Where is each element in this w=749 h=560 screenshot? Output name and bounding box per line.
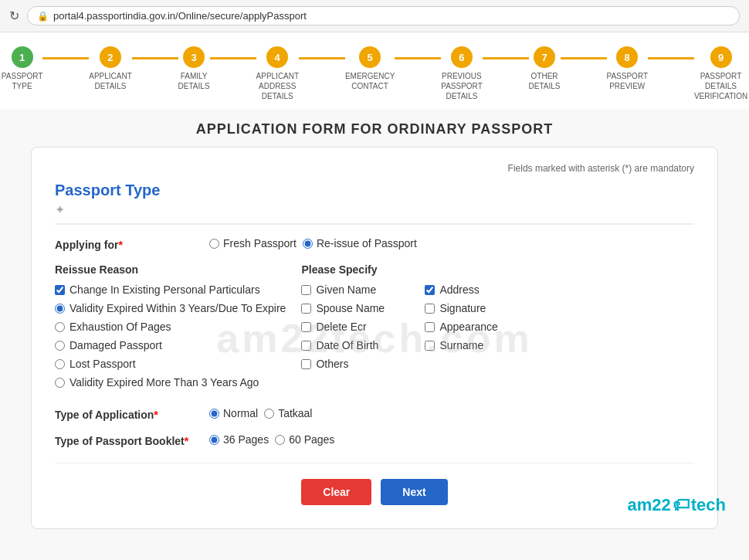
step-4[interactable]: 4 APPLICANT ADDRESS DETAILS bbox=[256, 46, 299, 101]
step-5-label: EMERGENCY CONTACT bbox=[345, 71, 395, 91]
next-button[interactable]: Next bbox=[381, 479, 447, 505]
step-2[interactable]: 2 APPLICANT DETAILS bbox=[89, 46, 131, 91]
step-5-circle: 5 bbox=[359, 46, 381, 68]
form-card: Fields marked with asterisk (*) are mand… bbox=[31, 147, 718, 529]
normal-option[interactable]: Normal bbox=[209, 407, 258, 419]
specify-appearance[interactable]: Appearance bbox=[425, 321, 525, 333]
step-1-circle: 1 bbox=[12, 46, 33, 68]
pages-60-option[interactable]: 60 Pages bbox=[275, 433, 334, 446]
step-3[interactable]: 3 FAMILY DETAILS bbox=[178, 46, 210, 91]
specify-signature-label: Signature bbox=[439, 302, 486, 314]
progress-bar: 1 PASSPORT TYPE 2 APPLICANT DETAILS 3 FA… bbox=[0, 32, 749, 109]
fresh-passport-radio[interactable] bbox=[209, 239, 219, 249]
specify-appearance-checkbox[interactable] bbox=[425, 322, 435, 332]
url-bar[interactable]: 🔒 portal4.passportindia.gov.in/Online/se… bbox=[27, 6, 740, 25]
reissue-change-personal[interactable]: Change In Existing Personal Particulars bbox=[55, 283, 286, 296]
normal-radio[interactable] bbox=[209, 409, 219, 419]
step-4-circle: 4 bbox=[266, 46, 288, 68]
step-4-label: APPLICANT ADDRESS DETAILS bbox=[256, 71, 299, 101]
specify-signature[interactable]: Signature bbox=[425, 302, 525, 314]
reissue-damaged[interactable]: Damaged Passport bbox=[55, 339, 286, 351]
step-1[interactable]: 1 PASSPORT TYPE bbox=[2, 46, 42, 91]
specify-date-of-birth-checkbox[interactable] bbox=[301, 341, 311, 351]
tatkaal-radio[interactable] bbox=[264, 409, 274, 419]
reissue-passport-label: Re-issue of Passport bbox=[317, 237, 417, 249]
type-application-row: Type of Application* Normal Tatkaal bbox=[55, 407, 694, 421]
specify-surname-checkbox[interactable] bbox=[425, 341, 435, 351]
compass-icon: ✦ bbox=[55, 202, 694, 217]
form-buttons: Clear Next bbox=[55, 463, 694, 505]
specify-delete-ecr-checkbox[interactable] bbox=[301, 322, 311, 332]
step-5[interactable]: 5 EMERGENCY CONTACT bbox=[345, 46, 395, 91]
specify-spouse-name[interactable]: Spouse Name bbox=[301, 302, 402, 314]
specify-date-of-birth-label: Date Of Birth bbox=[316, 339, 378, 351]
reissue-validity-more-3yr-label: Validity Expired More Than 3 Years Ago bbox=[69, 376, 259, 389]
step-9-circle: 9 bbox=[710, 46, 732, 68]
reissue-change-personal-checkbox[interactable] bbox=[55, 285, 65, 295]
specify-given-name-checkbox[interactable] bbox=[301, 285, 311, 295]
type-application-controls: Normal Tatkaal bbox=[209, 407, 312, 419]
section-divider bbox=[55, 223, 694, 225]
reissue-validity-3yr-radio[interactable] bbox=[55, 304, 65, 314]
reissue-lost[interactable]: Lost Passport bbox=[55, 358, 286, 370]
specify-delete-ecr[interactable]: Delete Ecr bbox=[301, 321, 402, 333]
reissue-exhaustion-radio[interactable] bbox=[55, 322, 65, 332]
specify-address[interactable]: Address bbox=[425, 283, 525, 296]
specify-surname[interactable]: Surname bbox=[425, 339, 525, 351]
page-content: 1 PASSPORT TYPE 2 APPLICANT DETAILS 3 FA… bbox=[0, 32, 749, 560]
passport-booklet-label: Type of Passport Booklet* bbox=[55, 433, 209, 447]
tatkaal-option[interactable]: Tatkaal bbox=[264, 407, 312, 419]
reissue-lost-label: Lost Passport bbox=[69, 358, 136, 370]
reissue-damaged-radio[interactable] bbox=[55, 341, 65, 351]
specify-others-checkbox[interactable] bbox=[301, 359, 311, 369]
specify-given-name-label: Given Name bbox=[316, 283, 376, 296]
specify-given-name[interactable]: Given Name bbox=[301, 283, 402, 296]
step-8-label: PASSPORT PREVIEW bbox=[607, 71, 648, 91]
step-6-label: PREVIOUS PASSPORT DETAILS bbox=[441, 71, 482, 101]
connector-6-7 bbox=[483, 57, 529, 59]
connector-5-6 bbox=[395, 57, 441, 59]
reissue-passport-radio[interactable] bbox=[303, 239, 313, 249]
reissue-passport-option[interactable]: Re-issue of Passport bbox=[303, 237, 417, 249]
mandatory-note: Fields marked with asterisk (*) are mand… bbox=[55, 163, 694, 174]
pages-36-option[interactable]: 36 Pages bbox=[209, 433, 269, 446]
step-6[interactable]: 6 PREVIOUS PASSPORT DETAILS bbox=[441, 46, 482, 101]
reissue-change-personal-label: Change In Existing Personal Particulars bbox=[69, 283, 260, 296]
specify-date-of-birth[interactable]: Date Of Birth bbox=[301, 339, 402, 351]
brand-text-left: am22 bbox=[627, 495, 670, 515]
please-specify-inner: Given Name Spouse Name Delete Ecr bbox=[301, 283, 525, 376]
reissue-exhaustion[interactable]: Exhaustion Of Pages bbox=[55, 321, 286, 333]
specify-others[interactable]: Others bbox=[301, 358, 402, 370]
step-7[interactable]: 7 OTHER DETAILS bbox=[529, 46, 561, 91]
applying-for-label: Applying for* bbox=[55, 237, 209, 251]
specify-signature-checkbox[interactable] bbox=[425, 304, 435, 314]
connector-7-8 bbox=[561, 57, 607, 59]
reissue-validity-more-3yr[interactable]: Validity Expired More Than 3 Years Ago bbox=[55, 376, 286, 389]
pages-36-radio[interactable] bbox=[209, 435, 219, 445]
connector-2-3 bbox=[132, 57, 178, 59]
reissue-exhaustion-label: Exhaustion Of Pages bbox=[69, 321, 171, 333]
reissue-lost-radio[interactable] bbox=[55, 359, 65, 369]
specify-address-checkbox[interactable] bbox=[425, 285, 435, 295]
step-3-circle: 3 bbox=[183, 46, 205, 68]
booklet-required: * bbox=[185, 435, 188, 447]
specify-others-label: Others bbox=[316, 358, 348, 370]
reissue-validity-3yr[interactable]: Validity Expired Within 3 Years/Due To E… bbox=[55, 302, 286, 314]
please-specify-col2: Address Signature Appearance bbox=[425, 283, 525, 376]
step-9[interactable]: 9 PASSPORT DETAILS VERIFICATION bbox=[694, 46, 747, 101]
normal-label: Normal bbox=[223, 407, 258, 419]
reissue-please-specify-section: Reissue Reason Change In Existing Person… bbox=[55, 263, 694, 395]
reissue-validity-more-3yr-radio[interactable] bbox=[55, 378, 65, 388]
reissue-validity-3yr-label: Validity Expired Within 3 Years/Due To E… bbox=[69, 302, 286, 314]
specify-spouse-name-checkbox[interactable] bbox=[301, 304, 311, 314]
fresh-passport-option[interactable]: Fresh Passport bbox=[209, 237, 297, 249]
please-specify-title: Please Specify bbox=[301, 263, 525, 276]
refresh-icon[interactable]: ↻ bbox=[9, 8, 19, 23]
clear-button[interactable]: Clear bbox=[301, 479, 371, 505]
step-8-circle: 8 bbox=[616, 46, 638, 68]
step-8[interactable]: 8 PASSPORT PREVIEW bbox=[607, 46, 648, 91]
brand-emoji-icon: 🏷 bbox=[673, 495, 690, 515]
specify-address-label: Address bbox=[439, 283, 479, 296]
pages-60-radio[interactable] bbox=[275, 435, 285, 445]
passport-booklet-row: Type of Passport Booklet* 36 Pages 60 Pa… bbox=[55, 433, 694, 447]
